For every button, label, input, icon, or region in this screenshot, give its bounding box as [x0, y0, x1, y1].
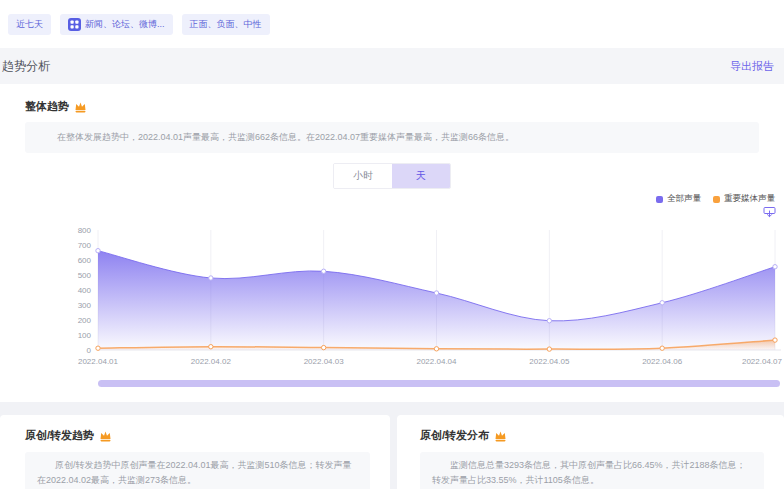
legend-label-media-volume: 重要媒体声量 [724, 193, 775, 205]
svg-text:500: 500 [78, 271, 92, 280]
legend-item-all-volume[interactable]: 全部声量 [656, 193, 701, 205]
datazoom-slider[interactable] [98, 380, 780, 387]
filter-sources[interactable]: 新闻、论坛、微博... [60, 14, 173, 35]
overall-trend-title: 整体趋势 [25, 99, 69, 114]
svg-text:600: 600 [78, 256, 92, 265]
svg-text:2022.04.06: 2022.04.06 [642, 357, 683, 366]
svg-text:400: 400 [78, 286, 92, 295]
svg-text:2022.04.01: 2022.04.01 [78, 357, 119, 366]
svg-text:700: 700 [78, 241, 92, 250]
svg-text:2022.04.05: 2022.04.05 [529, 357, 570, 366]
svg-text:800: 800 [78, 226, 92, 235]
legend-marker-media-volume [713, 196, 720, 203]
filter-sentiment[interactable]: 正面、负面、中性 [182, 14, 270, 35]
original-repost-trend-summary: 原创/转发趋势中原创声量在2022.04.01最高，共监测510条信息；转发声量… [25, 452, 370, 489]
original-repost-trend-title: 原创/转发趋势 [25, 428, 94, 443]
y-axis-labels: 0100200300400500600700800 [78, 226, 92, 355]
svg-text:2022.04.03: 2022.04.03 [304, 357, 345, 366]
svg-text:2022.04.02: 2022.04.02 [191, 357, 232, 366]
svg-text:200: 200 [78, 316, 92, 325]
original-repost-distribution-card: 原创/转发分布 监测信息总量3293条信息，其中原创声量占比66.45%，共计2… [397, 415, 784, 489]
filter-sources-label: 新闻、论坛、微博... [85, 18, 165, 31]
original-repost-distribution-summary: 监测信息总量3293条信息，其中原创声量占比66.45%，共计2188条信息；转… [420, 452, 764, 489]
granularity-toggle: 小时 天 [333, 163, 451, 189]
legend-item-media-volume[interactable]: 重要媒体声量 [713, 193, 775, 205]
legend-marker-all-volume [656, 196, 663, 203]
granularity-hour-button[interactable]: 小时 [334, 164, 392, 188]
original-repost-trend-card: 原创/转发趋势 原创/转发趋势中原创声量在2022.04.01最高，共监测510… [0, 415, 390, 489]
export-report-link[interactable]: 导出报告 [730, 59, 774, 74]
chart-legend: 全部声量 重要媒体声量 [0, 193, 784, 205]
svg-text:2022.04.04: 2022.04.04 [416, 357, 457, 366]
legend-label-all-volume: 全部声量 [667, 193, 701, 205]
filter-sentiment-label: 正面、负面、中性 [190, 18, 262, 31]
original-repost-distribution-title: 原创/转发分布 [420, 428, 489, 443]
hot-crown-icon [494, 429, 507, 442]
granularity-day-button[interactable]: 天 [392, 164, 450, 188]
save-as-image-icon[interactable] [763, 206, 776, 219]
svg-text:300: 300 [78, 301, 92, 310]
section-header: 趋势分析 导出报告 [0, 48, 784, 84]
overall-trend-card: 整体趋势 在整体发展趋势中，2022.04.01声量最高，共监测662条信息。在… [0, 84, 784, 402]
x-axis-labels: 2022.04.012022.04.022022.04.032022.04.04… [78, 357, 783, 366]
overall-summary: 在整体发展趋势中，2022.04.01声量最高，共监测662条信息。在2022.… [25, 122, 759, 153]
svg-text:2022.04.07: 2022.04.07 [742, 357, 783, 366]
svg-text:100: 100 [78, 331, 92, 340]
page-title: 趋势分析 [2, 58, 50, 75]
filter-bar: 近七天 新闻、论坛、微博... 正面、负面、中性 [0, 0, 784, 48]
hot-crown-icon [99, 429, 112, 442]
trend-chart: 01002003004005006007008002022.04.012022.… [0, 220, 784, 370]
hot-crown-icon [74, 100, 87, 113]
filter-date-range[interactable]: 近七天 [8, 14, 51, 35]
bottom-cards: 原创/转发趋势 原创/转发趋势中原创声量在2022.04.01最高，共监测510… [0, 402, 784, 489]
svg-text:0: 0 [87, 346, 92, 355]
filter-date-range-label: 近七天 [16, 18, 43, 31]
sources-icon [68, 18, 81, 31]
